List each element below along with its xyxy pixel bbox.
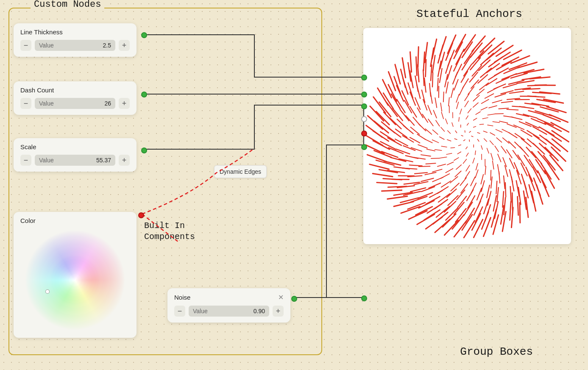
right-anchor-hollow[interactable] xyxy=(361,116,367,122)
svg-line-107 xyxy=(443,92,444,102)
dash-count-anchor[interactable] xyxy=(141,92,147,97)
svg-line-161 xyxy=(415,172,427,174)
scale-value-label: Value xyxy=(39,157,54,164)
svg-line-74 xyxy=(431,158,440,159)
color-wheel-selector[interactable] xyxy=(45,289,50,294)
svg-line-113 xyxy=(492,100,502,103)
svg-line-412 xyxy=(410,52,411,72)
svg-line-47 xyxy=(487,148,489,153)
svg-line-43 xyxy=(482,118,488,119)
svg-line-71 xyxy=(455,171,461,177)
svg-line-223 xyxy=(520,107,534,109)
color-node-anchor[interactable] xyxy=(138,212,144,218)
svg-line-23 xyxy=(452,122,453,126)
svg-line-293 xyxy=(394,167,410,169)
noise-plus[interactable]: + xyxy=(273,306,284,317)
noise-close-button[interactable]: ✕ xyxy=(278,293,284,301)
svg-line-280 xyxy=(502,192,503,207)
right-anchor-4[interactable] xyxy=(361,144,367,150)
svg-line-462 xyxy=(377,183,397,184)
svg-line-85 xyxy=(482,100,489,104)
svg-line-81 xyxy=(449,97,449,106)
svg-line-144 xyxy=(495,94,506,97)
svg-line-112 xyxy=(485,94,494,98)
svg-line-108 xyxy=(451,88,454,98)
svg-line-5 xyxy=(469,131,471,133)
scale-anchor[interactable] xyxy=(141,147,147,153)
svg-line-31 xyxy=(473,158,474,163)
right-panel: Stateful Anchors xyxy=(363,8,575,244)
svg-line-117 xyxy=(509,133,517,138)
svg-line-86 xyxy=(489,106,497,108)
svg-line-179 xyxy=(494,84,506,89)
noise-node-anchor[interactable] xyxy=(291,296,297,302)
noise-value-label: Value xyxy=(193,308,208,314)
svg-line-471 xyxy=(373,97,386,113)
svg-line-34 xyxy=(446,153,452,155)
svg-line-75 xyxy=(427,149,435,151)
svg-line-158 xyxy=(461,184,468,193)
color-node-title: Color xyxy=(20,217,130,224)
svg-line-126 xyxy=(432,177,443,181)
svg-line-254 xyxy=(423,70,424,86)
svg-line-100 xyxy=(421,155,431,156)
svg-line-67 xyxy=(495,146,499,152)
svg-line-255 xyxy=(431,65,432,81)
svg-line-60 xyxy=(465,101,468,107)
svg-line-139 xyxy=(454,80,458,90)
svg-line-21 xyxy=(447,139,451,141)
line-thickness-anchor[interactable] xyxy=(141,32,147,38)
svg-line-101 xyxy=(418,145,427,148)
svg-line-10 xyxy=(454,139,457,139)
line-thickness-node: Line Thickness − Value 2.5 + xyxy=(14,23,137,57)
svg-line-459 xyxy=(394,202,413,206)
dash-count-plus[interactable]: + xyxy=(119,98,130,109)
line-thickness-minus[interactable]: − xyxy=(20,40,31,51)
line-thickness-plus[interactable]: + xyxy=(119,40,130,51)
dash-count-node: Dash Count − Value 26 + xyxy=(14,81,137,115)
svg-line-400 xyxy=(388,186,407,187)
svg-line-88 xyxy=(499,121,507,123)
svg-line-6 xyxy=(477,139,479,142)
svg-line-296 xyxy=(384,112,396,125)
svg-line-132 xyxy=(410,127,419,134)
svg-line-242 xyxy=(421,186,435,192)
color-wheel[interactable] xyxy=(24,229,126,331)
svg-line-279 xyxy=(510,186,511,202)
svg-line-56 xyxy=(436,120,440,126)
right-anchor-3[interactable] xyxy=(361,103,367,109)
scale-minus[interactable]: − xyxy=(20,155,31,166)
svg-line-42 xyxy=(476,111,480,114)
svg-line-0 xyxy=(471,136,473,137)
svg-line-25 xyxy=(466,116,468,119)
right-anchor-red[interactable] xyxy=(361,131,367,136)
svg-line-386 xyxy=(510,201,511,220)
svg-line-178 xyxy=(486,79,497,86)
svg-line-9 xyxy=(459,145,461,146)
svg-line-65 xyxy=(496,129,502,132)
right-anchor-5[interactable] xyxy=(361,295,367,301)
svg-line-37 xyxy=(441,127,445,131)
svg-line-349 xyxy=(380,132,395,141)
svg-line-185 xyxy=(521,130,532,136)
svg-line-416 xyxy=(440,36,446,56)
svg-line-207 xyxy=(404,100,412,113)
noise-value: 0.90 xyxy=(254,308,265,314)
dash-count-minus[interactable]: − xyxy=(20,98,31,109)
right-anchor-1[interactable] xyxy=(361,75,367,81)
svg-line-104 xyxy=(422,114,428,122)
svg-line-457 xyxy=(409,211,427,219)
svg-line-90 xyxy=(503,138,509,143)
svg-line-221 xyxy=(510,91,524,93)
svg-line-445 xyxy=(520,203,520,223)
svg-line-463 xyxy=(373,174,393,177)
svg-line-33 xyxy=(454,158,459,161)
scale-plus[interactable]: + xyxy=(119,155,130,166)
right-anchor-2[interactable] xyxy=(361,92,367,97)
svg-line-460 xyxy=(387,196,407,199)
svg-line-80 xyxy=(440,103,442,111)
dash-count-title: Dash Count xyxy=(20,86,130,94)
svg-line-253 xyxy=(415,76,418,92)
noise-minus[interactable]: − xyxy=(174,306,185,317)
svg-line-61 xyxy=(473,103,478,107)
